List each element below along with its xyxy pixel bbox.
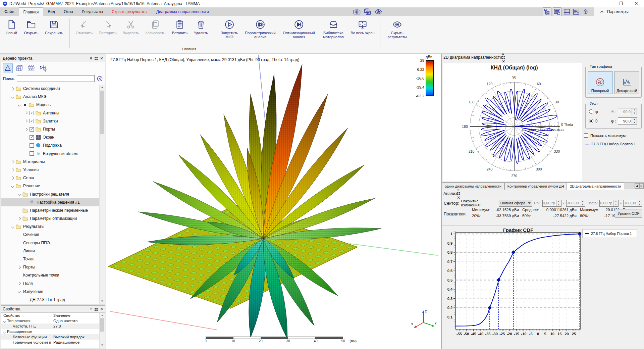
ribbon-button-opt[interactable]: Оптимизационный анализ — [279, 18, 319, 39]
tree-item-системы-координат[interactable]: Системы координат — [1, 85, 99, 93]
coverage-dropdown[interactable]: Полная сфера — [499, 200, 532, 207]
menu-tab-3[interactable]: Окна — [59, 7, 77, 16]
ribbon-button-file[interactable]: Новый — [2, 18, 21, 35]
property-row[interactable]: Тип решения Одна частота — [1, 318, 99, 323]
tab-scroll-right-icon[interactable]: ▶ — [639, 183, 644, 189]
close-icon[interactable]: ✕ — [100, 307, 103, 311]
ribbon-button-library[interactable]: Библиотека материалов — [319, 18, 348, 39]
tree-item-контрольные-точки[interactable]: Контрольные точки — [1, 271, 99, 279]
parameters-panel-toggle[interactable]: Параметры — [594, 7, 644, 16]
tree-item-параметрические-переменные[interactable]: Параметрические переменные — [1, 206, 99, 214]
list-window-icon[interactable] — [553, 7, 561, 16]
tree-item-запитки[interactable]: Запитки — [1, 117, 99, 125]
cartesian-type-button[interactable]: Декартовый — [614, 71, 639, 94]
theta-radio[interactable] — [589, 119, 593, 123]
chevron-right-icon[interactable] — [18, 282, 21, 285]
dock-icon[interactable] — [95, 308, 98, 311]
clear-search-icon[interactable] — [97, 76, 103, 82]
3d-viewport[interactable]: 27.8 ГГц Набор Портов 1, КНД (Общая), Уп… — [106, 54, 441, 349]
tree-tool-pyramid-icon[interactable] — [3, 63, 13, 73]
phi-from-spinner[interactable]: 0,00 гр▲▼ — [542, 200, 561, 207]
chevron-right-icon[interactable] — [24, 128, 28, 131]
tree-item-анализ-мкэ[interactable]: Анализ МКЭ — [1, 93, 99, 101]
property-row[interactable]: Граничные условия по ... Радиационное — [1, 340, 99, 345]
menu-tab-5[interactable]: Скрыть результаты — [107, 7, 152, 16]
tree-tool-port-icon[interactable] — [38, 63, 48, 73]
theta-spinner[interactable]: 90,0▲▼ — [618, 108, 637, 115]
tree-item-результаты[interactable]: Результаты — [1, 222, 99, 231]
3d-radiation-pattern[interactable]: z y x — [106, 54, 441, 349]
ribbon-button-floppy[interactable]: Сохранить — [42, 18, 66, 35]
camera-save-icon[interactable] — [364, 8, 372, 16]
ribbon-button-eye[interactable]: Скрыть результаты — [383, 18, 411, 39]
tree-item-поля[interactable]: Поля — [1, 280, 99, 288]
chevron-right-icon[interactable] — [24, 111, 28, 115]
tree-item-дн-27-8-ггц-1-град[interactable]: ДН 27.8 ГГц 1 град — [1, 296, 99, 304]
spin-down-icon[interactable]: ▼ — [632, 121, 637, 124]
show-max-checkbox[interactable] — [584, 133, 588, 138]
result-tab-2[interactable]: 2D диаграмма направленности — [567, 183, 624, 190]
ribbon-button-paste[interactable]: Вставить — [169, 18, 191, 35]
menu-icon[interactable]: ≡ — [502, 51, 504, 56]
tree-item-линии[interactable]: Линии — [1, 247, 99, 255]
tree-scrollbar[interactable]: ▲ ▼ — [99, 85, 105, 304]
ribbon-button-folder[interactable]: Открыть — [21, 18, 42, 35]
chevron-right-icon[interactable] — [11, 168, 14, 171]
menu-tab-2[interactable]: Вид — [43, 7, 59, 16]
chevron-down-icon[interactable] — [18, 193, 21, 196]
tree-checkbox[interactable] — [30, 151, 34, 156]
ribbon-button-trash[interactable]: Удалить — [191, 18, 211, 35]
tree-checkbox[interactable] — [30, 143, 34, 148]
tree-item-настройка-решения-1[interactable]: Настройка решения #1 — [1, 198, 99, 206]
dock-icon[interactable] — [457, 192, 461, 195]
tree-item-порты[interactable]: Порты — [1, 125, 99, 133]
tree-item-сечения[interactable]: Сечения — [1, 231, 99, 239]
phi-to-spinner[interactable]: 360,00▲▼ — [566, 200, 585, 207]
properties-scrollbar[interactable]: ▲ ▼ — [99, 313, 105, 348]
result-tab-1[interactable]: Контроллер управления лучом ДН — [504, 183, 567, 190]
tree-item-подложка[interactable]: Подложка — [1, 141, 99, 149]
dock-icon[interactable] — [502, 56, 505, 59]
maximize-button[interactable]: ❐ — [613, 0, 629, 7]
tree-tool-mesh-icon[interactable] — [26, 63, 36, 73]
property-row[interactable]: Частота, ГГц 27.8 — [1, 323, 99, 329]
property-row[interactable]: Расширенные — [1, 329, 99, 334]
menu-icon[interactable]: ≡ — [90, 307, 92, 311]
menu-icon[interactable]: ≡ — [457, 188, 460, 192]
sort-icon[interactable] — [572, 8, 580, 16]
chevron-down-icon[interactable] — [3, 319, 6, 322]
ribbon-button-param[interactable]: Параметрический анализ — [241, 18, 279, 39]
camera-icon[interactable] — [353, 8, 361, 16]
chevron-right-icon[interactable] — [24, 119, 28, 123]
tree-checkbox[interactable] — [30, 127, 34, 132]
dock-icon[interactable] — [95, 57, 98, 60]
theta-to-spinner[interactable]: 180,00▲▼ — [623, 200, 642, 207]
result-tab-0[interactable]: одник диаграммы направленности — [442, 183, 504, 190]
tree-checkbox[interactable] — [30, 111, 34, 115]
tree-item-условия[interactable]: Условия — [1, 166, 99, 174]
chevron-down-icon[interactable] — [11, 184, 14, 188]
chevron-right-icon[interactable] — [11, 87, 14, 90]
tree-item-модель[interactable]: Модель — [1, 101, 99, 109]
tree-item-порты[interactable]: Порты — [1, 263, 99, 271]
tree-item-сетка[interactable]: Сетка — [1, 174, 99, 182]
tree-item-решение[interactable]: Решение — [1, 182, 99, 190]
property-row[interactable]: Базисные функции Высокий порядок — [1, 334, 99, 340]
close-icon[interactable]: ✕ — [100, 56, 103, 61]
eye-icon[interactable] — [374, 8, 382, 16]
tree-tool-cube-icon[interactable] — [14, 63, 24, 73]
chevron-right-icon[interactable] — [11, 176, 14, 180]
chevron-down-icon[interactable] — [3, 330, 6, 333]
close-button[interactable]: ✕ — [629, 0, 644, 7]
chevron-right-icon[interactable] — [18, 265, 21, 269]
menu-tab-6[interactable]: Диаграмма направленности — [152, 7, 213, 16]
theta-from-spinner[interactable]: 0,00 гр▲▼ — [599, 200, 619, 207]
ribbon-button-run[interactable]: Запустить МКЭ — [217, 18, 241, 39]
ribbon-button-fullscreen[interactable]: Во весь экран — [348, 18, 377, 35]
chevron-down-icon[interactable] — [18, 103, 21, 107]
chevron-down-icon[interactable] — [18, 290, 21, 293]
tree-checkbox[interactable] — [23, 103, 27, 107]
cdf-levels-button[interactable]: Уровни CDF — [615, 209, 642, 218]
tree-item-воздушный-объем[interactable]: Воздушный объем — [1, 150, 99, 158]
spin-up-icon[interactable]: ▲ — [632, 118, 637, 121]
